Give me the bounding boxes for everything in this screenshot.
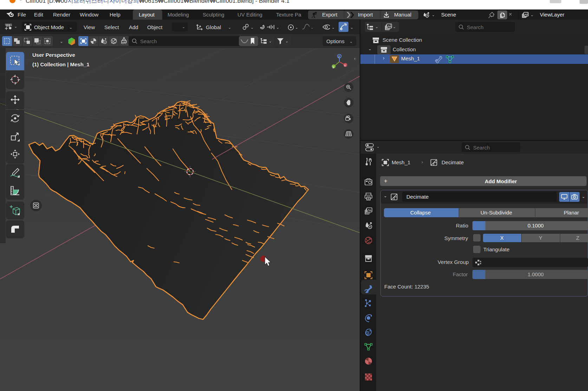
svg-text:x: x: [344, 64, 346, 67]
svg-text:y: y: [333, 65, 334, 68]
svg-text:z: z: [338, 55, 340, 58]
